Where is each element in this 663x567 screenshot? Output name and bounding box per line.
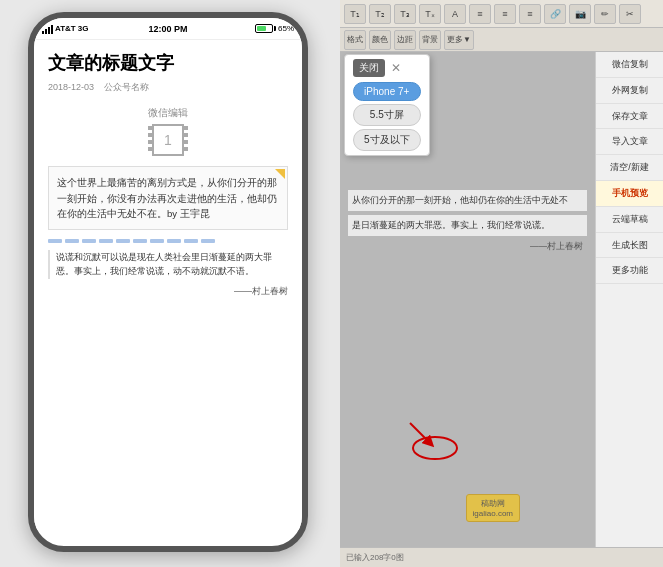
toolbar-btn-a[interactable]: A	[444, 4, 466, 24]
menu-cloud-draft[interactable]: 云端草稿	[596, 207, 663, 233]
article-meta: 2018-12-03 公众号名称	[48, 81, 288, 94]
toolbar-btn-img[interactable]: 📷	[569, 4, 591, 24]
toolbar-btn-t1[interactable]: T₁	[344, 4, 366, 24]
article-account: 公众号名称	[104, 82, 149, 92]
toolbar-btn-link[interactable]: 🔗	[544, 4, 566, 24]
article-date: 2018-12-03	[48, 82, 94, 92]
toolbar-btn-align2[interactable]: ≡	[494, 4, 516, 24]
signal-icon	[42, 24, 53, 34]
toolbar-2: 格式 颜色 边距 背景 更多▼	[340, 28, 663, 52]
iphone-time: 12:00 PM	[148, 24, 187, 34]
right-panel: T₁ T₂ T₃ Tₓ A ≡ ≡ ≡ 🔗 📷 ✏ ✂ 格式 颜色 边距 背景 …	[340, 0, 663, 567]
toolbar-btn-tx[interactable]: Tₓ	[419, 4, 441, 24]
toolbar2-btn2[interactable]: 颜色	[369, 30, 391, 50]
toolbar2-btn1[interactable]: 格式	[344, 30, 366, 50]
menu-more-functions[interactable]: 更多功能	[596, 258, 663, 284]
menu-save-article[interactable]: 保存文章	[596, 104, 663, 130]
battery-icon	[255, 24, 276, 33]
menu-import-article[interactable]: 导入文章	[596, 129, 663, 155]
editor-text1: 从你们分开的那一刻开始，他却仍在你的生活中无处不	[348, 190, 587, 211]
menu-phone-preview[interactable]: 手机预览	[596, 181, 663, 207]
option-5inch[interactable]: 5寸及以下	[353, 129, 421, 151]
toolbar2-btn5[interactable]: 更多▼	[444, 30, 474, 50]
quote-text: 这个世界上最痛苦的离别方式是，从你们分开的那一刻开始，你没有办法再次走进他的生活…	[57, 177, 277, 218]
close-button[interactable]: 关闭	[353, 59, 385, 77]
arrow-annotation	[380, 413, 460, 467]
watermark-line1: 稿助网	[473, 498, 513, 509]
toolbar-btn-t2[interactable]: T₂	[369, 4, 391, 24]
toolbar-1: T₁ T₂ T₃ Tₓ A ≡ ≡ ≡ 🔗 📷 ✏ ✂	[340, 0, 663, 28]
option-iphone7plus[interactable]: iPhone 7+	[353, 82, 421, 101]
author-line: ——村上春树	[48, 285, 288, 298]
editor-label: 微信编辑	[48, 106, 288, 120]
network-label: 3G	[78, 24, 89, 33]
iphone-status-bar: AT&T 3G 12:00 PM 65%	[34, 18, 302, 40]
carrier-label: AT&T	[55, 24, 76, 33]
iphone-status-right: 65%	[255, 24, 294, 33]
toolbar2-btn3[interactable]: 边距	[394, 30, 416, 50]
toolbar-btn-pen[interactable]: ✏	[594, 4, 616, 24]
film-strip: 1	[152, 124, 184, 156]
close-x-button[interactable]: ✕	[391, 61, 401, 75]
battery-label: 65%	[278, 24, 294, 33]
quote-text2: 说谎和沉默可以说是现在人类社会里日渐蔓延的两大罪恶。事实上，我们经常说谎，动不动…	[48, 250, 288, 279]
iphone-panel: AT&T 3G 12:00 PM 65% 文章的标题文字 2018-12-03	[0, 0, 340, 567]
quote-box: 这个世界上最痛苦的离别方式是，从你们分开的那一刻开始，你没有办法再次走进他的生活…	[48, 166, 288, 230]
editor-area[interactable]: 关闭 ✕ iPhone 7+ 5.5寸屏 5寸及以下 从你们分开的那一刻开始，他…	[340, 52, 595, 547]
toolbar-btn-align1[interactable]: ≡	[469, 4, 491, 24]
main-area: 关闭 ✕ iPhone 7+ 5.5寸屏 5寸及以下 从你们分开的那一刻开始，他…	[340, 52, 663, 547]
menu-clear-new[interactable]: 清空/新建	[596, 155, 663, 181]
watermark: 稿助网 igaliao.com	[466, 494, 520, 522]
menu-long-image[interactable]: 生成长图	[596, 233, 663, 259]
status-bar: 已输入208字0图	[340, 547, 663, 567]
toolbar-btn-align3[interactable]: ≡	[519, 4, 541, 24]
svg-point-0	[413, 437, 457, 459]
toolbar-btn-t3[interactable]: T₃	[394, 4, 416, 24]
article-title: 文章的标题文字	[48, 52, 288, 75]
editor-status: 已输入208字0图	[346, 552, 404, 563]
editor-content: 从你们分开的那一刻开始，他却仍在你的生活中无处不 是日渐蔓延的两大罪恶。事实上，…	[340, 182, 595, 547]
divider-line	[48, 238, 288, 244]
red-arrow-svg	[380, 413, 460, 463]
toolbar-btn-cut[interactable]: ✂	[619, 4, 641, 24]
close-popup-header: 关闭 ✕	[353, 59, 421, 77]
side-menu: 微信复制 外网复制 保存文章 导入文章 清空/新建 手机预览 云端草稿 生成长图…	[595, 52, 663, 547]
editor-author: ——村上春树	[348, 240, 587, 253]
option-5-5inch[interactable]: 5.5寸屏	[353, 104, 421, 126]
iphone-frame: AT&T 3G 12:00 PM 65% 文章的标题文字 2018-12-03	[28, 12, 308, 552]
menu-external-copy[interactable]: 外网复制	[596, 78, 663, 104]
close-popup: 关闭 ✕ iPhone 7+ 5.5寸屏 5寸及以下	[344, 54, 430, 156]
watermark-line2: igaliao.com	[473, 509, 513, 518]
iphone-content: 文章的标题文字 2018-12-03 公众号名称 微信编辑 1 这个世界上最痛苦…	[34, 40, 302, 530]
menu-wechat-copy[interactable]: 微信复制	[596, 52, 663, 78]
film-number: 1	[164, 132, 172, 148]
iphone-status-left: AT&T 3G	[42, 24, 88, 34]
toolbar2-btn4[interactable]: 背景	[419, 30, 441, 50]
editor-text2: 是日渐蔓延的两大罪恶。事实上，我们经常说谎。	[348, 215, 587, 236]
